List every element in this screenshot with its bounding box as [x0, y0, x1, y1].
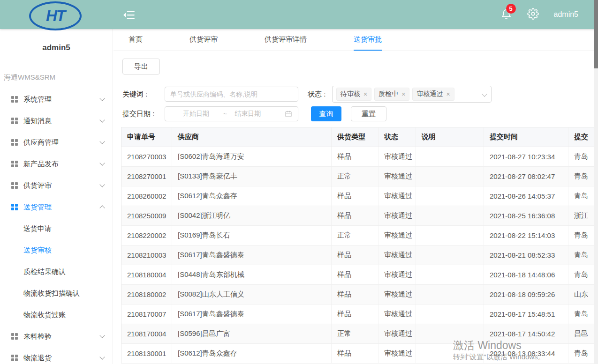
reset-button[interactable]: 重置 [351, 106, 386, 121]
tabs-bar: 首页 供货评审 供货评审详情 送货审批 [114, 29, 598, 51]
chevron-icon [99, 96, 105, 101]
table-row: 2108220002 [S0169]青岛长石 正常 审核通过 2021-08-2… [121, 226, 598, 245]
cell-status: 审核通过 [378, 226, 416, 245]
start-date-placeholder: 开始日期 [183, 110, 209, 118]
table-row: 2108170007 [S0617]青岛鑫盛德泰 样品 审核通过 2021-08… [121, 305, 598, 324]
sidebar-item-label: 物流收货过账 [23, 311, 66, 319]
cell-order-no: 2108270003 [121, 147, 172, 167]
sidebar-item[interactable]: 供应商管理 [0, 132, 113, 153]
cell-submit-plant: 青岛 [568, 245, 598, 265]
sidebar-username: admin5 [0, 43, 113, 52]
sidebar-item[interactable]: 物流退货 [0, 347, 113, 364]
status-tag: 审核通过 × [412, 88, 454, 101]
status-tag: 质检中 × [374, 88, 409, 101]
cell-supply-type: 样品 [332, 245, 378, 265]
sidebar-item[interactable]: 送货申请 [0, 218, 113, 239]
tab[interactable]: 送货审批 [354, 29, 382, 51]
appstore-icon [11, 182, 18, 189]
chevron-icon [99, 333, 105, 338]
sidebar-item-label: 来料检验 [23, 332, 52, 341]
settings-button[interactable] [527, 8, 539, 22]
column-header: 说明 [416, 127, 484, 147]
remove-tag-icon[interactable]: × [446, 91, 450, 97]
cell-submit-time: 2021-08-18 09:59:26 [484, 285, 568, 305]
tab[interactable]: 首页 [129, 29, 143, 51]
sidebar-item-label: 物流收货扫描确认 [23, 289, 80, 298]
cell-submit-plant: 山东 [568, 285, 598, 305]
cell-supplier: [S0612]青岛众鑫存 [172, 344, 332, 364]
cell-supply-type: 样品 [332, 305, 378, 324]
table-header-row: 申请单号 供应商 供货类型 状态 说明 提交时间 提交 [121, 127, 598, 147]
cell-supply-type: 样品 [332, 206, 378, 226]
cell-supplier: [S0082]山东大王信义 [172, 285, 332, 305]
chevron-icon [99, 139, 105, 144]
tab[interactable]: 供货评审 [189, 29, 218, 51]
sidebar-item[interactable]: 新产品发布 [0, 153, 113, 175]
cell-order-no: 2108210003 [121, 245, 172, 265]
sidebar-item-label: 送货管理 [23, 203, 52, 212]
status-tag-label: 质检中 [378, 90, 398, 98]
cell-supply-type: 样品 [332, 265, 378, 285]
main-content: 首页 供货评审 供货评审详情 送货审批 导出 关键词 : [114, 29, 598, 364]
menu-fold-icon[interactable] [122, 8, 136, 22]
sidebar-item[interactable]: 供货评审 [0, 175, 113, 196]
tab[interactable]: 供货评审详情 [265, 29, 307, 51]
table-row: 2108270003 [S0602]青岛海通万安 样品 审核通过 2021-08… [121, 147, 598, 167]
appstore-icon [11, 139, 18, 146]
tab-label: 供货评审详情 [265, 35, 307, 44]
cell-supply-type: 样品 [332, 344, 378, 364]
sidebar-item[interactable]: 送货管理 [0, 196, 113, 218]
appstore-icon [11, 204, 18, 210]
sidebar-item[interactable]: 物流收货扫描确认 [0, 282, 113, 304]
cell-submit-time: 2021-08-21 08:52:33 [484, 245, 568, 265]
column-header: 供应商 [172, 127, 332, 147]
appstore-icon [11, 333, 18, 340]
cell-remark [416, 245, 484, 265]
status-multiselect[interactable]: 待审核 × 质检中 × 审核通过 × [332, 86, 492, 103]
sidebar-item[interactable]: 来料检验 [0, 326, 113, 347]
cell-remark [416, 167, 484, 186]
cell-submit-time: 2021-08-27 10:23:34 [484, 147, 568, 167]
date-range-picker[interactable]: 开始日期 ~ 结束日期 [165, 106, 298, 121]
cell-status: 审核通过 [378, 147, 416, 167]
column-header: 状态 [378, 127, 416, 147]
sidebar-item[interactable]: 通知消息 [0, 110, 113, 132]
column-header: 申请单号 [121, 127, 172, 147]
sidebar-item-label: 质检结果确认 [23, 267, 66, 276]
export-button[interactable]: 导出 [122, 59, 160, 74]
date-label: 提交日期 : [122, 110, 165, 119]
keyword-input[interactable] [165, 87, 298, 102]
sidebar-item[interactable]: 送货审核 [0, 239, 113, 261]
cell-order-no: 2108130001 [121, 344, 172, 364]
notifications-button[interactable]: 5 [501, 8, 512, 21]
cell-submit-time: 2021-08-27 08:02:47 [484, 167, 568, 186]
appstore-icon [11, 96, 18, 103]
sidebar-item[interactable]: 质检结果确认 [0, 261, 113, 282]
cell-submit-plant: 青岛 [568, 305, 598, 324]
cell-supply-type: 样品 [332, 147, 378, 167]
cell-submit-plant: 青岛 [568, 147, 598, 167]
sidebar-item[interactable]: 系统管理 [0, 89, 113, 110]
cell-supplier: [S0042]浙江明亿 [172, 206, 332, 226]
cell-status: 审核通过 [378, 324, 416, 344]
cell-status: 审核通过 [378, 344, 416, 364]
chevron-icon [99, 205, 105, 210]
cell-submit-time: 2021-08-17 15:48:51 [484, 305, 568, 324]
remove-tag-icon[interactable]: × [401, 91, 405, 97]
status-tag-label: 待审核 [341, 90, 360, 98]
cell-order-no: 2108270001 [121, 167, 172, 186]
chevron-down-icon [482, 91, 487, 97]
cell-submit-time: 2021-08-22 15:14:03 [484, 226, 568, 245]
remove-tag-icon[interactable]: × [363, 91, 367, 97]
app-header: 5 admin5 [0, 0, 598, 29]
scrollbar-thumb[interactable] [594, 0, 598, 68]
date-separator: ~ [223, 110, 227, 118]
cell-remark [416, 147, 484, 167]
search-button[interactable]: 查询 [311, 106, 341, 121]
cell-status: 审核通过 [378, 186, 416, 206]
sidebar-item[interactable]: 物流收货过账 [0, 304, 113, 326]
current-user[interactable]: admin5 [554, 10, 578, 19]
cell-order-no: 2108250009 [121, 206, 172, 226]
cell-submit-plant: 昌邑 [568, 324, 598, 344]
cell-status: 审核通过 [378, 245, 416, 265]
